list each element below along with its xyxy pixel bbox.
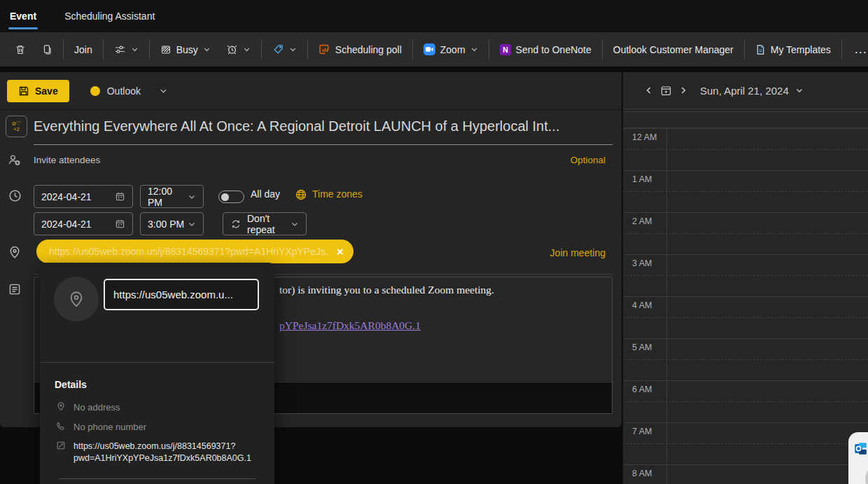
svg-text:N: N (503, 46, 508, 54)
clock-icon (8, 188, 22, 203)
reminder-dropdown[interactable] (218, 38, 258, 62)
hour-label: 5 AM (632, 343, 652, 352)
next-day-button[interactable] (678, 85, 688, 95)
toggle-knob (221, 193, 229, 201)
time-gutter-divider (666, 128, 667, 484)
all-day-events-row[interactable] (623, 111, 868, 128)
location-chip[interactable]: https://us05web.zoom.us/j/88314569371?pw… (36, 240, 354, 263)
hour-label: 8 AM (632, 469, 652, 478)
start-date-input[interactable]: 2024-04-21 (34, 185, 133, 208)
send-to-onenote-label: Send to OneNote (516, 44, 592, 55)
location-pin-icon (8, 245, 22, 259)
hour-label: 12 AM (632, 132, 657, 142)
toolbar-divider (489, 40, 489, 60)
join-button[interactable]: Join (66, 38, 100, 62)
remove-location-icon[interactable]: × (337, 246, 344, 258)
repeat-value: Don't repeat (247, 213, 285, 235)
outlook-customer-manager-button[interactable]: Outlook Customer Manager (606, 38, 741, 62)
description-zoom-link[interactable]: pYPeJsa1z7fDxk5AR0b8A0G.1 (279, 319, 421, 332)
all-day-toggle[interactable] (218, 191, 244, 203)
edit-url-icon (56, 441, 66, 450)
chevron-down-icon (243, 46, 251, 53)
mini-calendar-icon (115, 191, 125, 202)
start-time-input[interactable]: 12:00 PM (140, 185, 204, 208)
toolbar-divider (744, 40, 745, 60)
sliders-icon (114, 44, 126, 55)
time-slot-row[interactable]: 6 AM (623, 380, 868, 422)
zoom-label: Zoom (440, 44, 465, 55)
toolbar-overflow-button[interactable]: ... (845, 38, 868, 62)
send-to-onenote-button[interactable]: N Send to OneNote (492, 38, 599, 62)
show-as-busy-dropdown[interactable]: Busy (153, 38, 218, 62)
description-icon (8, 282, 22, 296)
end-time-input[interactable]: 3:00 PM (140, 212, 204, 235)
my-templates-label: My Templates (771, 44, 831, 55)
categorize-dropdown[interactable] (265, 38, 304, 62)
hour-label: 2 AM (632, 216, 652, 226)
go-to-today-icon[interactable] (660, 85, 672, 97)
save-floppy-icon (18, 85, 29, 97)
time-slot-row[interactable]: 4 AM (623, 296, 868, 338)
repeat-dropdown[interactable]: Don't repeat (223, 212, 307, 235)
delete-button[interactable] (7, 38, 34, 62)
popup-meeting-url[interactable]: https://us05web.zoom.us/j/88314569371? p… (74, 441, 251, 464)
hour-label: 1 AM (632, 174, 652, 184)
address-pin-icon (56, 401, 66, 411)
globe-icon (295, 188, 307, 201)
time-slot-row[interactable]: 3 AM (623, 254, 868, 296)
toolbar-divider (602, 40, 603, 60)
busy-label: Busy (176, 44, 198, 55)
chevron-down-icon (203, 46, 211, 53)
zoom-addin-dropdown[interactable]: Zoom (416, 38, 486, 62)
event-title-input[interactable]: Everything Everywhere All At Once: A Reg… (34, 118, 602, 134)
optional-attendees-link[interactable]: Optional (570, 155, 606, 165)
join-label: Join (74, 44, 92, 55)
save-button[interactable]: Save (7, 80, 69, 102)
details-heading: Details (55, 379, 87, 390)
no-address-text: No address (74, 402, 120, 413)
scheduling-poll-button[interactable]: Scheduling poll (311, 38, 410, 62)
chevron-down-icon (159, 86, 168, 95)
outlook-event-compose-window: Event Scheduling Assistant Join (0, 0, 868, 484)
save-row: Save Outlook (0, 72, 622, 110)
start-date-value: 2024-04-21 (41, 191, 92, 202)
invite-attendees-icon (8, 153, 21, 167)
time-slot-row[interactable]: 8 AM (623, 464, 868, 484)
chevron-down-icon (188, 193, 196, 201)
all-day-label: All day (251, 188, 280, 200)
emoji-category-picker-button[interactable]: ⊘♡ +2 (6, 116, 27, 137)
day-view-date-label[interactable]: Sun, April 21, 2024 (700, 85, 789, 97)
invite-attendees-field[interactable]: Invite attendees (34, 155, 100, 165)
end-date-input[interactable]: 2024-04-21 (34, 212, 133, 235)
join-meeting-link[interactable]: Join meeting (550, 247, 606, 258)
toolbar-divider (63, 40, 64, 60)
tab-scheduling-assistant[interactable]: Scheduling Assistant (60, 0, 159, 32)
map-pin-icon (67, 290, 85, 308)
popup-url-line2: pwd=A1HriYXpYPeJsa1z7fDxk5AR0b8A0G.1 (74, 452, 251, 464)
my-templates-button[interactable]: My Templates (748, 38, 839, 62)
chevron-down-icon (795, 86, 804, 95)
hour-label: 3 AM (632, 258, 652, 268)
time-slot-row[interactable]: 5 AM (623, 338, 868, 380)
alarm-clock-icon (226, 43, 238, 55)
copy-button[interactable] (34, 38, 60, 62)
time-zones-link[interactable]: Time zones (312, 188, 363, 200)
calendar-picker-dropdown[interactable]: Outlook (90, 85, 168, 97)
time-slot-row[interactable]: 12 AM (623, 128, 868, 170)
previous-day-button[interactable] (644, 85, 654, 95)
meeting-options-button[interactable] (106, 38, 146, 62)
chevron-down-icon (290, 220, 299, 228)
hour-label: 7 AM (632, 427, 652, 436)
teaching-callout-card[interactable] (848, 432, 868, 484)
time-slot-row[interactable]: 7 AM (623, 422, 868, 464)
time-slot-row[interactable]: 1 AM (623, 170, 868, 212)
time-slot-row[interactable]: 2 AM (623, 212, 868, 254)
day-view-header: Sun, April 21, 2024 (623, 72, 868, 109)
tab-event[interactable]: Event (6, 0, 41, 32)
location-search-input[interactable]: https://us05web.zoom.u... (104, 279, 259, 310)
zoom-app-icon (424, 43, 435, 55)
onenote-icon: N (500, 44, 511, 55)
day-view-panel: Sun, April 21, 2024 12 AM 1 AM 2 AM 3 AM… (623, 72, 868, 484)
scheduling-poll-label: Scheduling poll (335, 44, 402, 55)
outlook-customer-manager-label: Outlook Customer Manager (613, 44, 734, 55)
